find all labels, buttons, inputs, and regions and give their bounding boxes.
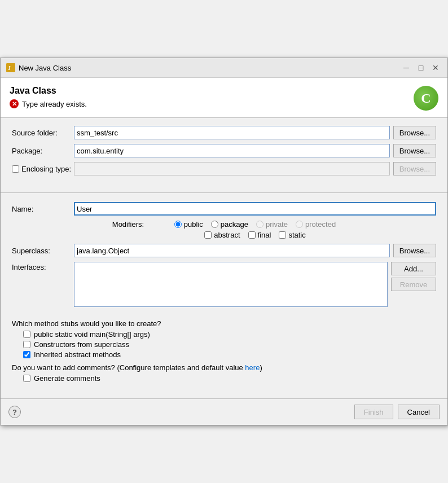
superclass-row: Superclass: Browse...: [12, 244, 436, 257]
page-title: Java Class: [10, 86, 87, 96]
generate-comments-checkbox[interactable]: Generate comments: [23, 374, 436, 383]
footer-right: Finish Cancel: [354, 405, 440, 419]
source-folder-label: Source folder:: [12, 129, 74, 137]
name-input[interactable]: [74, 202, 436, 216]
package-browse-button[interactable]: Browse...: [393, 144, 436, 157]
title-bar-left: J New Java Class: [6, 63, 71, 72]
modifiers-label: Modifiers:: [112, 220, 174, 229]
dialog-title: New Java Class: [19, 64, 71, 72]
stub-constructors[interactable]: Constructors from superclass: [23, 340, 436, 349]
stubs-checkbox-list: public static void main(String[] args) C…: [23, 330, 436, 359]
class-details-section: Name: Modifiers: public package: [1, 197, 447, 319]
footer-left: ?: [8, 406, 21, 418]
form-section: Source folder: Browse... Package: Browse…: [1, 118, 447, 188]
enclosing-type-input: [74, 162, 390, 175]
modifier-public[interactable]: public: [174, 220, 203, 229]
source-folder-input[interactable]: [74, 126, 390, 139]
enclosing-type-row: Enclosing type: Browse...: [12, 162, 436, 175]
title-bar: J New Java Class ─ □ ✕: [1, 58, 447, 78]
modifiers-row: Modifiers: public package private: [12, 220, 436, 239]
modifier-private[interactable]: private: [256, 220, 288, 229]
comments-question: Do you want to add comments? (Configure …: [12, 363, 436, 372]
interfaces-remove-button[interactable]: Remove: [391, 278, 436, 291]
stubs-section: Which method stubs would you like to cre…: [1, 319, 447, 359]
modifier-checkboxes: abstract final static: [204, 231, 305, 239]
source-folder-row: Source folder: Browse...: [12, 126, 436, 139]
close-button[interactable]: ✕: [429, 62, 442, 74]
name-row: Name:: [12, 202, 436, 216]
interfaces-textarea[interactable]: [74, 262, 388, 307]
interfaces-label: Interfaces:: [12, 262, 74, 271]
new-java-class-dialog: J New Java Class ─ □ ✕ Java Class ✕ Type…: [0, 58, 448, 425]
comments-link[interactable]: here: [245, 363, 260, 372]
footer: ? Finish Cancel: [1, 398, 447, 425]
header-section: Java Class ✕ Type already exists. C: [1, 78, 447, 118]
error-message: Type already exists.: [22, 100, 87, 108]
svg-text:J: J: [8, 65, 11, 71]
interfaces-row: Interfaces: Add... Remove: [12, 262, 436, 307]
cancel-button[interactable]: Cancel: [398, 405, 440, 419]
comments-section: Do you want to add comments? (Configure …: [1, 363, 447, 383]
minimize-button[interactable]: ─: [400, 62, 412, 74]
dialog-icon: J: [6, 63, 15, 72]
modifiers-radio-group: public package private protected: [174, 220, 336, 229]
modifiers-label-row: Modifiers: public package private: [112, 220, 336, 229]
help-button[interactable]: ?: [8, 406, 21, 418]
title-controls: ─ □ ✕: [400, 62, 442, 74]
superclass-label: Superclass:: [12, 247, 74, 255]
modifier-final[interactable]: final: [248, 231, 271, 239]
enclosing-type-browse-button[interactable]: Browse...: [393, 162, 436, 175]
enclosing-type-checkbox[interactable]: [12, 165, 19, 173]
modifier-package[interactable]: package: [211, 220, 248, 229]
logo-icon: C: [414, 86, 438, 111]
stub-main-method[interactable]: public static void main(String[] args): [23, 330, 436, 339]
superclass-input[interactable]: [74, 244, 390, 257]
package-row: Package: Browse...: [12, 144, 436, 157]
package-label: Package:: [12, 147, 74, 155]
modifier-static[interactable]: static: [279, 231, 305, 239]
name-label: Name:: [12, 205, 74, 213]
interfaces-add-button[interactable]: Add...: [391, 262, 436, 275]
package-input[interactable]: [74, 144, 390, 157]
error-icon: ✕: [10, 99, 19, 108]
interfaces-buttons: Add... Remove: [391, 262, 436, 291]
modifier-abstract[interactable]: abstract: [204, 231, 240, 239]
finish-button[interactable]: Finish: [354, 405, 393, 419]
maximize-button[interactable]: □: [415, 62, 427, 74]
header-left: Java Class ✕ Type already exists.: [10, 86, 87, 108]
source-folder-browse-button[interactable]: Browse...: [393, 126, 436, 139]
enclosing-type-label: Enclosing type:: [21, 165, 71, 173]
superclass-browse-button[interactable]: Browse...: [393, 244, 436, 257]
modifier-protected[interactable]: protected: [296, 220, 336, 229]
stub-inherited-abstract[interactable]: Inherited abstract methods: [23, 350, 436, 359]
error-row: ✕ Type already exists.: [10, 99, 87, 108]
stubs-title: Which method stubs would you like to cre…: [12, 319, 436, 328]
separator-1: [1, 192, 447, 193]
